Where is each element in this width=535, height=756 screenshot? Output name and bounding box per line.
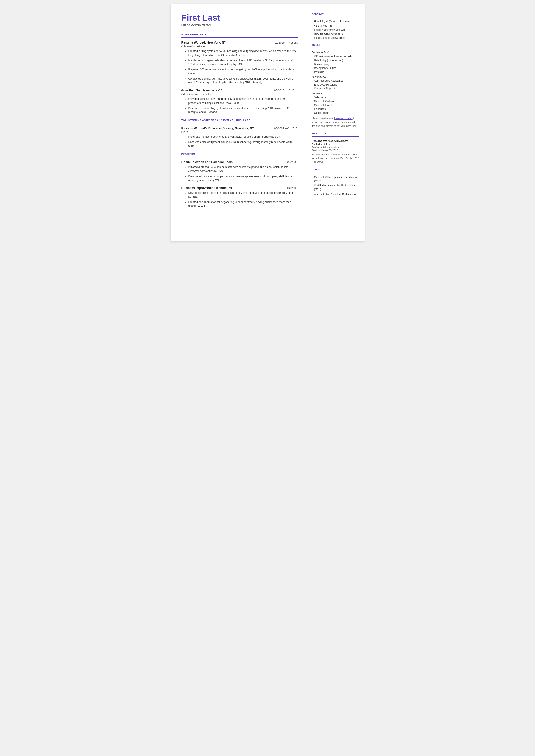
education-section: EDUCATION Resume Worded University Bache… <box>312 132 359 164</box>
bullet: Maintained an organized calendar to keep… <box>185 58 297 67</box>
volunteer-block-1: Resume Worded's Business Society, New Yo… <box>182 126 297 148</box>
other-item: Microsoft Office Specialist Certificatio… <box>312 176 359 183</box>
project-header-row-1: Communication and Calendar Tools 05/2009 <box>182 160 297 164</box>
edu-location-date: Boston, MA — 05/2010 <box>312 149 359 152</box>
skill-item: LexisNexis <box>312 107 359 111</box>
job-position-1: Office Administrator <box>182 44 297 48</box>
skill-item: Administrative Assistance <box>312 79 359 82</box>
bullet: Developed a new filing system for execut… <box>185 106 297 114</box>
skill-item: Microsoft Excel <box>312 104 359 107</box>
bullet: Conducted general administrative tasks b… <box>185 77 297 85</box>
project-bullets-1: Initiated a procedure to communicate wit… <box>185 165 297 182</box>
job-position-2: Administrative Specialist <box>182 93 297 96</box>
project-block-2: Business Improvement Techniques 04/2009 … <box>182 186 297 208</box>
sidebar: CONTACT Honolulu, HI (Open to Remote) +1… <box>306 4 365 241</box>
work-experience-header: WORK EXPERIENCE <box>182 33 297 36</box>
bullet: Initiated a procedure to communicate wit… <box>185 165 297 173</box>
skill-item: Customer Support <box>312 87 359 90</box>
contact-header: CONTACT <box>312 13 359 15</box>
skills-divider <box>312 48 359 48</box>
project-name-2: Business Improvement Techniques <box>182 186 232 190</box>
skill-item: Google Docs <box>312 111 359 114</box>
other-divider <box>312 173 359 173</box>
job-bullets-2: Provided administrative support to 12 su… <box>185 97 297 114</box>
contact-item: Honolulu, HI (Open to Remote) <box>312 20 359 23</box>
contact-divider <box>312 17 359 17</box>
job-dates-1: 01/2015 – Present <box>274 41 297 44</box>
education-divider <box>312 136 359 137</box>
volunteering-section: VOLUNTEERING ACTIVITIES AND EXTRACURRICU… <box>182 119 297 148</box>
skill-item: Salesforce <box>312 96 359 99</box>
project-bullets-2: Developed client retention and sales str… <box>185 191 297 208</box>
bullet: Discovered 12 calendar apps that sync se… <box>185 174 297 182</box>
projects-header: PROJECTS <box>182 153 297 155</box>
software-label: Software: <box>312 92 359 95</box>
bullet: Provided administrative support to 12 su… <box>185 97 297 105</box>
bullet: Developed client retention and sales str… <box>185 191 297 199</box>
contact-list: Honolulu, HI (Open to Remote) +1-234-456… <box>312 20 359 40</box>
projects-section: PROJECTS Communication and Calendar Tool… <box>182 153 297 208</box>
project-header-row-2: Business Improvement Techniques 04/2009 <box>182 186 297 190</box>
contact-item: email@resumeworded.com <box>312 28 359 31</box>
skills-section: SKILLS Technical Skill: Office Administr… <box>312 44 359 128</box>
skill-item: Bookkeeping <box>312 63 359 66</box>
technical-skills-list: Office Administration (Advanced) Data En… <box>312 55 359 73</box>
project-date-1: 05/2009 <box>287 160 297 164</box>
resume-container: First Last Office Administrator WORK EXP… <box>171 4 365 241</box>
skill-item: Office Administration (Advanced) <box>312 55 359 58</box>
job-dates-2: 06/2010 – 12/2014 <box>274 89 297 92</box>
bullet: Resolved office equipment issues by trou… <box>185 140 297 148</box>
job-block-1: Resume Worded, New York, NY 01/2015 – Pr… <box>182 41 297 85</box>
bullet: Proofread memos, documents and contracts… <box>185 135 297 139</box>
work-experience-section: WORK EXPERIENCE Resume Worded, New York,… <box>182 33 297 114</box>
main-job-title: Office Administrator <box>182 23 297 27</box>
job-header-row-2: Growthsi, San Francisco, CA 06/2010 – 12… <box>182 89 297 92</box>
other-header: OTHER <box>312 168 359 171</box>
techniques-label: Techniques: <box>312 75 359 78</box>
skills-header: SKILLS <box>312 44 359 46</box>
project-block-1: Communication and Calendar Tools 05/2009… <box>182 160 297 182</box>
skills-note: • Don't forget to use Resume Worded to s… <box>312 117 359 128</box>
skill-item: Employee Relations <box>312 83 359 86</box>
education-header: EDUCATION <box>312 132 359 135</box>
other-item: Certified Administrative Professional (C… <box>312 184 359 191</box>
job-block-2: Growthsi, San Francisco, CA 06/2010 – 12… <box>182 89 297 114</box>
header-block: First Last Office Administrator <box>182 13 297 27</box>
contact-item: +1-234-456-789 <box>312 24 359 27</box>
resume-worded-link[interactable]: Resume Worded <box>334 117 352 120</box>
bullet: Created a filing system for 4.6K incomin… <box>185 49 297 57</box>
edu-field: Business Administration <box>312 146 359 149</box>
volunteering-header: VOLUNTEERING ACTIVITIES AND EXTRACURRICU… <box>182 119 297 122</box>
skill-item: Microsoft Outlook <box>312 100 359 103</box>
edu-degree: Bachelor of Arts <box>312 143 359 146</box>
contact-section: CONTACT Honolulu, HI (Open to Remote) +1… <box>312 13 359 40</box>
main-column: First Last Office Administrator WORK EXP… <box>171 4 306 241</box>
job-header-row-1: Resume Worded, New York, NY 01/2015 – Pr… <box>182 41 297 44</box>
volunteer-position-1: Clerk <box>182 130 297 134</box>
techniques-list: Administrative Assistance Employee Relat… <box>312 79 359 90</box>
company-2: Growthsi, San Francisco, CA <box>182 89 223 92</box>
skill-item: Invoicing <box>312 70 359 73</box>
contact-item: github.com/resumeworded <box>312 37 359 40</box>
full-name: First Last <box>182 13 297 22</box>
project-name-1: Communication and Calendar Tools <box>182 160 233 164</box>
job-bullets-1: Created a filing system for 4.6K incomin… <box>185 49 297 85</box>
edu-school: Resume Worded University <box>312 139 359 142</box>
projects-divider <box>182 157 297 157</box>
contact-item: linkedin.com/in/username <box>312 32 359 35</box>
bullet: Prepared 200 reports on sales figures, b… <box>185 68 297 76</box>
other-list: Microsoft Office Specialist Certificatio… <box>312 176 359 196</box>
other-section: OTHER Microsoft Office Specialist Certif… <box>312 168 359 196</box>
skill-item: Data Entry (Experienced) <box>312 59 359 62</box>
edu-awards: Awards: Resume Worded Teaching Fellow (o… <box>312 153 359 164</box>
bullet: Created documentation for negotiating ve… <box>185 200 297 209</box>
technical-skill-label: Technical Skill: <box>312 51 359 54</box>
volunteering-divider <box>182 123 297 124</box>
project-date-2: 04/2009 <box>287 186 297 190</box>
volunteer-header-row-1: Resume Worded's Business Society, New Yo… <box>182 126 297 130</box>
company-1: Resume Worded, New York, NY <box>182 41 226 44</box>
edu-block: Resume Worded University Bachelor of Art… <box>312 139 359 164</box>
software-list: Salesforce Microsoft Outlook Microsoft E… <box>312 96 359 114</box>
volunteer-company-1: Resume Worded's Business Society, New Yo… <box>182 126 254 130</box>
volunteer-dates-1: 06/2009 – 04/2010 <box>274 127 297 130</box>
